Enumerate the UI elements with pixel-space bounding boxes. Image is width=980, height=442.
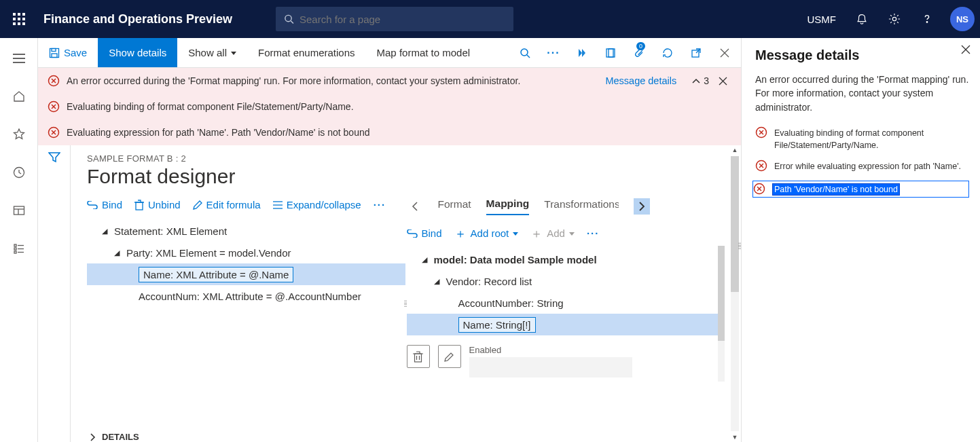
outer-scrollbar[interactable]: ▲ ▼: [729, 145, 741, 442]
tree-node-selected[interactable]: Name: XML Attribute = @.Name: [87, 263, 405, 285]
refresh-button[interactable]: [654, 39, 681, 67]
close-icon: [719, 77, 727, 86]
funnel-icon: [48, 152, 60, 163]
message-item-selected[interactable]: Path 'Vendor/Name' is not bound: [752, 181, 969, 198]
expand-collapse-button[interactable]: Expand/collapse: [273, 199, 361, 210]
error-text: Evaluating binding of format component F…: [67, 101, 731, 112]
tree-node-selected[interactable]: Name: String[!]: [407, 314, 725, 335]
svg-rect-42: [415, 354, 422, 362]
app-launcher[interactable]: [0, 0, 38, 38]
mapping-overflow[interactable]: ···: [587, 227, 600, 239]
link-icon: [407, 229, 418, 238]
help-button[interactable]: [913, 5, 941, 33]
pencil-icon: [193, 200, 202, 210]
nav-recent[interactable]: [11, 164, 27, 181]
save-button[interactable]: Save: [38, 38, 98, 67]
two-pane: Bind Unbind Edit formula Expand/collapse…: [87, 198, 725, 422]
avatar[interactable]: NS: [950, 7, 975, 31]
message-text: Evaluating binding of format component F…: [774, 126, 969, 151]
overflow-button[interactable]: ···: [540, 39, 567, 67]
center-column: Save Show details Show all Format enumer…: [38, 38, 741, 442]
filter-button[interactable]: [48, 152, 60, 442]
tree-node[interactable]: ◢Party: XML Element = model.Vendor: [87, 242, 405, 263]
message-text: Error while evaluating expression for pa…: [774, 160, 969, 172]
help-icon: [921, 13, 933, 25]
format-toolbar: Bind Unbind Edit formula Expand/collapse…: [87, 198, 405, 217]
enabled-row: Enabled: [407, 335, 725, 377]
nav-favorites[interactable]: [11, 126, 27, 143]
message-item[interactable]: Error while evaluating expression for pa…: [755, 160, 969, 172]
delete-button[interactable]: [407, 345, 430, 368]
error-icon: [755, 160, 767, 172]
bind-button[interactable]: Bind: [87, 199, 122, 210]
search-box[interactable]: [276, 7, 513, 31]
svg-rect-11: [14, 244, 16, 246]
connector-button[interactable]: [568, 39, 596, 67]
office-button[interactable]: [597, 39, 624, 67]
notifications-button[interactable]: [848, 5, 875, 33]
plus-icon: ＋: [530, 229, 543, 238]
tab-transformations[interactable]: Transformations: [544, 198, 619, 215]
nav-home[interactable]: [11, 88, 27, 105]
unbind-button[interactable]: Unbind: [134, 199, 181, 210]
edit-formula-button[interactable]: Edit formula: [193, 199, 261, 210]
attachments-button[interactable]: 0: [625, 39, 653, 67]
panel-resize-handle[interactable]: ⦙⦙: [738, 242, 742, 259]
tree-node[interactable]: ◢Statement: XML Element: [87, 220, 405, 242]
tree-node[interactable]: AccountNum: XML Attribute = @.AccountNum…: [87, 285, 405, 307]
add-root-button[interactable]: ＋Add root: [454, 227, 519, 239]
collapse-errors[interactable]: 3: [691, 75, 709, 86]
svg-rect-38: [136, 202, 143, 210]
popout-icon: [691, 48, 702, 58]
format-enumerations-button[interactable]: Format enumerations: [247, 38, 366, 67]
find-button[interactable]: [511, 39, 539, 67]
filter-column: [38, 145, 71, 442]
company-label[interactable]: USMF: [801, 14, 843, 25]
message-item[interactable]: Evaluating binding of format component F…: [755, 126, 969, 151]
trash-icon: [413, 351, 423, 363]
enabled-input[interactable]: [469, 357, 632, 377]
details-expander[interactable]: DETAILS: [87, 422, 725, 442]
show-details-button[interactable]: Show details: [98, 38, 177, 67]
tabs-next[interactable]: [634, 198, 650, 215]
message-details-link[interactable]: Message details: [597, 75, 685, 86]
dots-icon: ···: [547, 47, 560, 59]
dismiss-errors[interactable]: [719, 77, 727, 86]
chevron-down-icon: ◢: [431, 277, 442, 286]
error-icon: [48, 100, 60, 113]
tab-format[interactable]: Format: [438, 198, 471, 215]
plus-icon: ＋: [454, 229, 467, 238]
nav-modules[interactable]: [11, 240, 27, 257]
close-icon: [961, 45, 970, 54]
bind-button[interactable]: Bind: [407, 227, 442, 239]
map-format-button[interactable]: Map format to model: [366, 38, 482, 67]
format-overflow[interactable]: ···: [374, 199, 386, 210]
error-icon: [48, 126, 60, 139]
tree-node[interactable]: AccountNumber: String: [407, 292, 725, 314]
svg-point-0: [285, 15, 291, 21]
inner-scrollbar[interactable]: [718, 246, 725, 382]
svg-rect-18: [52, 48, 56, 51]
error-controls: 3: [691, 75, 731, 86]
tabs-prev[interactable]: [407, 198, 423, 215]
format-pane: Bind Unbind Edit formula Expand/collapse…: [87, 198, 405, 422]
workspace-icon: [13, 204, 25, 217]
show-all-button[interactable]: Show all: [177, 38, 247, 67]
enabled-label: Enabled: [469, 345, 632, 355]
settings-button[interactable]: [881, 5, 908, 33]
top-header: Finance and Operations Preview USMF NS: [0, 0, 980, 38]
nav-hamburger[interactable]: [11, 50, 27, 67]
chevron-down-icon: ◢: [99, 227, 110, 236]
tree-node[interactable]: ◢Vendor: Record list: [407, 270, 725, 292]
edit-button[interactable]: [438, 345, 461, 368]
error-count: 3: [704, 75, 709, 86]
close-button[interactable]: [711, 39, 738, 67]
popout-button[interactable]: [683, 39, 710, 67]
tree-node[interactable]: ◢model: Data model Sample model: [407, 248, 725, 270]
modules-icon: [13, 242, 25, 255]
search-input[interactable]: [300, 14, 505, 25]
panel-close-button[interactable]: [961, 45, 970, 54]
bell-icon: [856, 13, 868, 25]
tab-mapping[interactable]: Mapping: [486, 198, 530, 215]
nav-workspaces[interactable]: [11, 202, 27, 219]
